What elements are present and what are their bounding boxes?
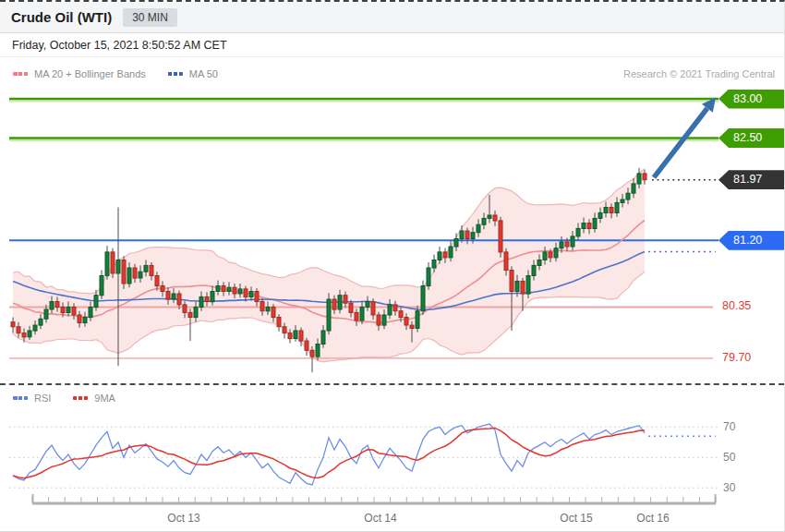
chart-header: Crude Oil (WTI) 30 MIN — [0, 2, 784, 33]
legend-item-9ma: 9MA — [73, 393, 115, 404]
time-axis — [32, 494, 716, 503]
rsi-legend: RSI 9MA — [13, 393, 115, 404]
instrument-title: Crude Oil (WTI) — [11, 9, 112, 25]
x-axis-label-oct-16: Oct 16 — [636, 512, 669, 525]
price-label-80.35: 80.35 — [722, 299, 751, 312]
legend-item-rsi: RSI — [13, 393, 51, 404]
legend-item-ma50: MA 50 — [168, 68, 218, 79]
rsi-guide-label-30: 30 — [723, 481, 735, 494]
price-tag-83.00: 83.00 — [719, 90, 785, 109]
rsi-9ma-swatch — [73, 396, 88, 400]
rsi-line — [13, 424, 645, 485]
legend-label-9ma: 9MA — [94, 393, 115, 404]
chart-datetime: Friday, October 15, 2021 8:50:52 AM CET — [12, 39, 227, 52]
price-tag-82.50: 82.50 — [719, 128, 785, 148]
legend-label-rsi: RSI — [34, 393, 51, 404]
legend-label-ma20-bollinger: MA 20 + Bollinger Bands — [34, 68, 146, 79]
rsi-guide-label-50: 50 — [723, 451, 735, 464]
legend-label-ma50: MA 50 — [189, 68, 218, 79]
chart-card: Crude Oil (WTI) 30 MIN Friday, October 1… — [0, 0, 785, 532]
rsi-pane: RSI 9MA 705030Oct 13Oct 14Oct 15Oct 16 — [0, 383, 784, 532]
main-chart-pane: MA 20 + Bollinger Bands MA 50 Research ©… — [0, 57, 784, 383]
ma20-bollinger-swatch — [13, 72, 28, 76]
rsi-canvas[interactable] — [0, 385, 785, 532]
price-label-79.70: 79.70 — [722, 351, 751, 364]
x-axis-label-oct-14: Oct 14 — [364, 512, 396, 525]
price-tag-81.20: 81.20 — [719, 231, 785, 250]
legend-item-ma20-bollinger: MA 20 + Bollinger Bands — [13, 68, 146, 79]
x-axis-label-oct-15: Oct 15 — [560, 512, 592, 525]
x-axis-label-oct-13: Oct 13 — [167, 512, 199, 525]
main-legend: MA 20 + Bollinger Bands MA 50 — [13, 68, 218, 79]
timeframe-badge[interactable]: 30 MIN — [123, 8, 177, 27]
rsi-swatch — [13, 396, 28, 400]
main-chart-canvas[interactable] — [0, 57, 785, 383]
ma50-swatch — [168, 72, 183, 76]
date-row: Friday, October 15, 2021 8:50:52 AM CET — [0, 33, 784, 57]
rsi-9ma-line — [13, 428, 645, 478]
research-watermark: Research © 2021 Trading Central — [623, 68, 775, 79]
price-tag-81.97: 81.97 — [719, 170, 785, 189]
rsi-guide-label-70: 70 — [723, 420, 735, 433]
